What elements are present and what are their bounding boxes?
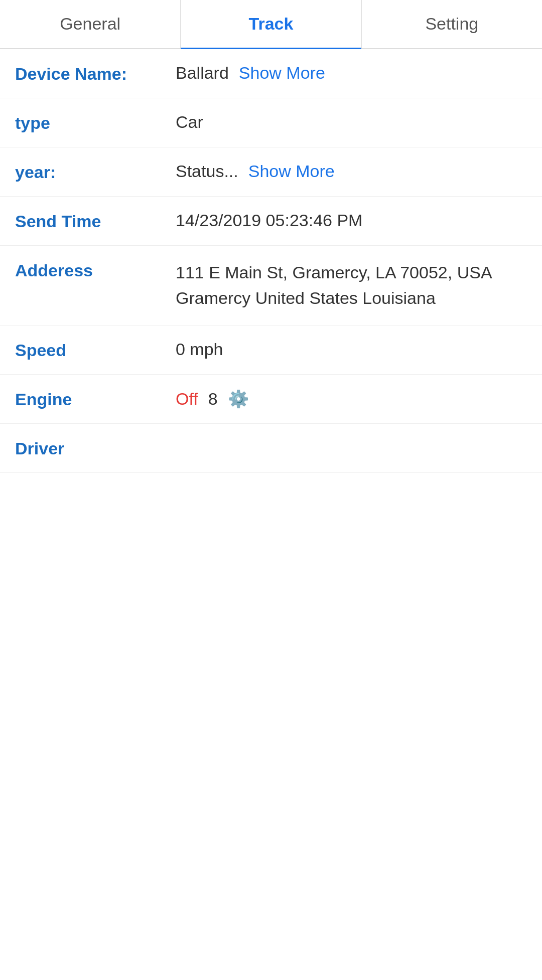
address-text: 111 E Main St, Gramercy, LA 70052, USA G… bbox=[176, 260, 527, 311]
year-row: year: Status... Show More bbox=[0, 147, 542, 197]
driver-label: Driver bbox=[15, 438, 176, 458]
device-name-row: Device Name: Ballard Show More bbox=[0, 49, 542, 98]
type-value: Car bbox=[176, 112, 527, 132]
device-name-label: Device Name: bbox=[15, 63, 176, 84]
tab-bar: General Track Setting bbox=[0, 0, 542, 49]
engine-label: Engine bbox=[15, 389, 176, 409]
speed-value: 0 mph bbox=[176, 340, 527, 359]
send-time-text: 14/23/2019 05:23:46 PM bbox=[176, 211, 362, 230]
speed-row: Speed 0 mph bbox=[0, 325, 542, 375]
status-text: Status... bbox=[176, 161, 238, 181]
engine-status: Off bbox=[176, 389, 198, 409]
engine-icon: ⚙️ bbox=[228, 389, 249, 409]
address-label: Adderess bbox=[15, 260, 176, 280]
device-name-value: Ballard Show More bbox=[176, 63, 527, 83]
device-name-text: Ballard bbox=[176, 63, 229, 83]
driver-row: Driver bbox=[0, 424, 542, 473]
address-row: Adderess 111 E Main St, Gramercy, LA 700… bbox=[0, 246, 542, 325]
year-value: Status... Show More bbox=[176, 161, 527, 181]
tab-setting[interactable]: Setting bbox=[361, 0, 542, 49]
tab-general[interactable]: General bbox=[0, 0, 181, 49]
type-label: type bbox=[15, 112, 176, 133]
engine-value: Off 8 ⚙️ bbox=[176, 389, 527, 409]
engine-row: Engine Off 8 ⚙️ bbox=[0, 375, 542, 424]
content-area: Device Name: Ballard Show More type Car … bbox=[0, 49, 542, 473]
send-time-row: Send Time 14/23/2019 05:23:46 PM bbox=[0, 197, 542, 246]
send-time-value: 14/23/2019 05:23:46 PM bbox=[176, 211, 527, 230]
speed-text: 0 mph bbox=[176, 340, 223, 359]
address-value: 111 E Main St, Gramercy, LA 70052, USA G… bbox=[176, 260, 527, 311]
send-time-label: Send Time bbox=[15, 211, 176, 231]
device-name-show-more[interactable]: Show More bbox=[239, 63, 325, 83]
speed-label: Speed bbox=[15, 340, 176, 360]
tab-track[interactable]: Track bbox=[181, 0, 361, 49]
year-label: year: bbox=[15, 161, 176, 182]
engine-count: 8 bbox=[208, 389, 218, 409]
type-text: Car bbox=[176, 112, 203, 132]
year-show-more[interactable]: Show More bbox=[248, 161, 335, 181]
type-row: type Car bbox=[0, 98, 542, 147]
